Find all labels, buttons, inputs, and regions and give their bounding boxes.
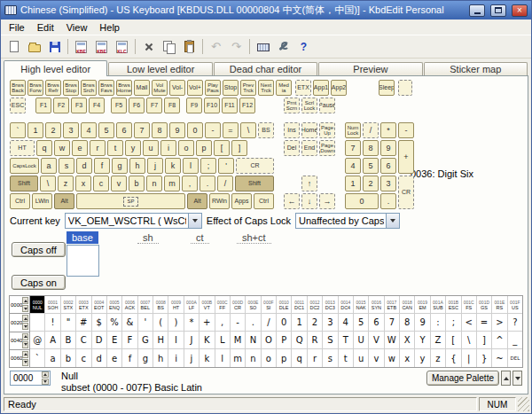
key-9[interactable]: 9 bbox=[169, 122, 185, 138]
charmap-cell-003E[interactable]: > bbox=[492, 314, 507, 332]
charmap-cell-0079[interactable]: y bbox=[415, 349, 430, 367]
palette-up-button[interactable] bbox=[501, 371, 511, 386]
key-2[interactable]: 2 bbox=[45, 122, 61, 138]
key-del[interactable]: Del bbox=[284, 140, 300, 156]
charmap-cell-0012[interactable]: 0012DC2 bbox=[308, 296, 323, 314]
key-f1[interactable]: F1 bbox=[35, 98, 51, 113]
key-h[interactable]: h bbox=[129, 158, 145, 174]
key-f9[interactable]: F9 bbox=[186, 98, 202, 113]
row-spinner[interactable] bbox=[22, 333, 29, 348]
key-prnt-scrn[interactable]: Prnt Scrn bbox=[284, 98, 300, 113]
charmap-cell-006B[interactable]: k bbox=[200, 349, 215, 367]
key-home[interactable]: Home bbox=[301, 122, 317, 138]
current-key-combo[interactable]: VK_OEM_WSCTRL ( WsCtrl ) bbox=[65, 213, 202, 229]
charmap-cell-0009[interactable]: 0009HT bbox=[168, 296, 184, 314]
charmap-cell-007F[interactable]: DEL bbox=[508, 349, 522, 367]
key-blank[interactable] bbox=[398, 80, 412, 96]
kbe-doc-button[interactable]: KBE bbox=[72, 37, 90, 56]
key-special[interactable]: ← bbox=[284, 193, 300, 209]
vk-editor-button[interactable] bbox=[254, 37, 272, 56]
charmap-cell-007A[interactable]: z bbox=[431, 349, 446, 367]
charmap-cell-001A[interactable]: 001ASUB bbox=[431, 296, 446, 314]
key-0[interactable]: 0 bbox=[187, 122, 203, 138]
key-special[interactable]: * bbox=[380, 122, 396, 138]
key-a[interactable]: a bbox=[41, 158, 57, 174]
charmap-cell-004D[interactable]: M bbox=[231, 332, 246, 349]
charmap-cell-0013[interactable]: 0013DC3 bbox=[323, 296, 338, 314]
charmap-cell-001E[interactable]: 001ERS bbox=[492, 296, 507, 314]
key-special[interactable]: / bbox=[363, 122, 379, 138]
charmap-cell-0068[interactable]: h bbox=[153, 349, 168, 367]
key-z[interactable]: z bbox=[58, 176, 74, 191]
charmap-cell-001F[interactable]: 001FUS bbox=[508, 296, 522, 314]
key-special[interactable]: ; bbox=[200, 158, 216, 174]
key-cr[interactable]: CR bbox=[236, 158, 274, 174]
charmap-cell-0051[interactable]: Q bbox=[292, 332, 307, 349]
charmap-cell-0078[interactable]: x bbox=[400, 349, 415, 367]
charmap-cell-005A[interactable]: Z bbox=[431, 332, 446, 349]
key-next-trck[interactable]: Next Trck bbox=[258, 80, 274, 96]
key-y[interactable]: y bbox=[125, 140, 141, 156]
charmap-row-spinner-0060[interactable]: 0060 bbox=[9, 349, 30, 368]
charmap-cell-005D[interactable]: ] bbox=[477, 332, 492, 349]
charmap-cell-0008[interactable]: 0008BS bbox=[153, 296, 168, 314]
key-special[interactable]: ' bbox=[218, 158, 234, 174]
row-spinner[interactable] bbox=[22, 351, 29, 366]
tab-sticker-map[interactable]: Sticker map bbox=[424, 62, 528, 75]
spin-up-icon[interactable] bbox=[22, 297, 28, 304]
charmap-cell-002A[interactable]: * bbox=[184, 314, 200, 332]
charmap-cell-0016[interactable]: 0016SYN bbox=[369, 296, 384, 314]
charmap-cell-006F[interactable]: o bbox=[262, 349, 277, 367]
key-lwin[interactable]: LWin bbox=[32, 193, 52, 209]
key-f5[interactable]: F5 bbox=[111, 98, 127, 113]
key-f6[interactable]: F6 bbox=[129, 98, 145, 113]
key-brws-favs[interactable]: Brws Favs bbox=[98, 80, 114, 96]
char-code-spinner[interactable] bbox=[42, 371, 50, 385]
charmap-cell-007D[interactable]: } bbox=[477, 349, 492, 367]
spin-up-icon[interactable] bbox=[22, 315, 28, 322]
key-alt[interactable]: Alt bbox=[187, 193, 207, 209]
key-6[interactable]: 6 bbox=[116, 122, 132, 138]
charmap-cell-0015[interactable]: 0015NAK bbox=[354, 296, 369, 314]
charmap-cell-003C[interactable]: < bbox=[462, 314, 477, 332]
key-cr[interactable]: CR bbox=[398, 176, 414, 209]
chevron-down-icon[interactable] bbox=[386, 214, 399, 228]
base-char-box[interactable] bbox=[66, 245, 99, 277]
charmap-cell-004E[interactable]: N bbox=[246, 332, 261, 349]
charmap-cell-0045[interactable]: E bbox=[107, 332, 122, 349]
caps-off-button[interactable]: Caps off bbox=[12, 242, 66, 257]
key-vol-mute[interactable]: Vol Mute bbox=[152, 80, 168, 96]
charmap-cell-0071[interactable]: q bbox=[292, 349, 307, 367]
key-special[interactable]: - bbox=[205, 122, 221, 138]
charmap-cell-0021[interactable]: ! bbox=[45, 314, 60, 332]
charmap-cell-0036[interactable]: 6 bbox=[369, 314, 384, 332]
charmap-cell-0077[interactable]: w bbox=[385, 349, 400, 367]
key-u[interactable]: u bbox=[143, 140, 159, 156]
charmap-cell-0031[interactable]: 1 bbox=[292, 314, 307, 332]
charmap-cell-001D[interactable]: 001DGS bbox=[477, 296, 492, 314]
spin-down-icon[interactable] bbox=[22, 341, 28, 348]
spin-up-icon[interactable] bbox=[22, 333, 28, 340]
key-f4[interactable]: F4 bbox=[89, 98, 105, 113]
charmap-cell-0028[interactable]: ( bbox=[153, 314, 168, 332]
charmap-cell-0026[interactable]: & bbox=[122, 314, 137, 332]
row-spinner[interactable] bbox=[22, 297, 29, 312]
charmap-cell-0034[interactable]: 4 bbox=[339, 314, 354, 332]
key-6[interactable]: 6 bbox=[380, 158, 396, 174]
key-4[interactable]: 4 bbox=[345, 158, 361, 174]
charmap-cell-004F[interactable]: O bbox=[262, 332, 277, 349]
charmap-cell-0073[interactable]: s bbox=[323, 349, 338, 367]
key-brws-back[interactable]: Brws Back bbox=[10, 80, 26, 96]
charmap-cell-004C[interactable]: L bbox=[215, 332, 231, 349]
key-8[interactable]: 8 bbox=[152, 122, 168, 138]
charmap-cell-0027[interactable]: ' bbox=[138, 314, 153, 332]
charmap-cell-0037[interactable]: 7 bbox=[385, 314, 400, 332]
key-i[interactable]: i bbox=[160, 140, 176, 156]
key-c[interactable]: c bbox=[93, 176, 109, 191]
charmap-cell-0010[interactable]: 0010DLE bbox=[277, 296, 292, 314]
options-button[interactable] bbox=[274, 37, 293, 56]
key-5[interactable]: 5 bbox=[363, 158, 379, 174]
key-etx[interactable]: ETX bbox=[295, 80, 311, 96]
key-sleep[interactable]: Sleep bbox=[379, 80, 395, 96]
charmap-cell-003D[interactable]: = bbox=[477, 314, 492, 332]
